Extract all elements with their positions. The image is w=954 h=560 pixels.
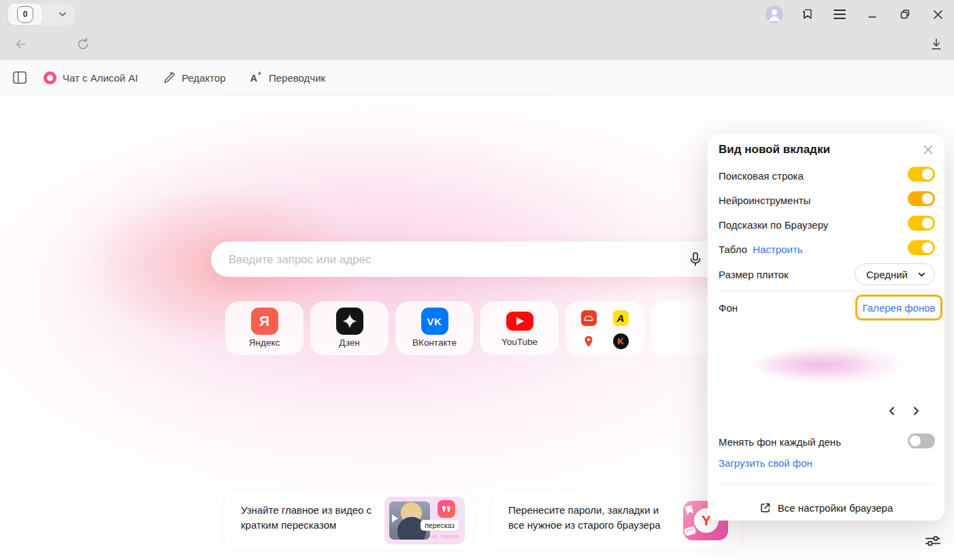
video-summary-thumbnail: пересказ	[384, 497, 465, 544]
promo-card-import[interactable]: Перенесите пароли, закладки и все нужное…	[492, 492, 740, 550]
tile-yandex[interactable]: Я Яндекс	[225, 301, 303, 355]
reload-icon	[76, 37, 91, 52]
card-shape-icon	[684, 526, 697, 536]
youtube-tile-icon	[506, 312, 533, 331]
back-arrow-icon	[13, 37, 28, 52]
address-toolbar: Я	[0, 29, 954, 60]
panel-title: Вид новой вкладки	[719, 143, 830, 157]
tab-counter-badge: 0	[17, 6, 33, 23]
toggle-browser-tips[interactable]	[908, 216, 935, 231]
profile-avatar[interactable]	[758, 0, 791, 29]
toggle-label-neuro-tools: Нейроинструменты	[719, 195, 810, 206]
bookmark-shape-icon	[685, 505, 694, 515]
alice-icon	[44, 71, 56, 84]
divider	[719, 483, 934, 484]
restore-button[interactable]	[889, 0, 921, 29]
bookmarks-bar: Чат с Алисой AI Редактор A Переводчик	[0, 60, 954, 95]
kinopoisk-icon: K	[606, 331, 635, 351]
sidebar-toggle-button[interactable]	[12, 60, 27, 95]
active-tab[interactable]: 0	[8, 3, 42, 25]
sliders-icon	[924, 533, 942, 548]
close-icon	[933, 10, 943, 20]
gallery-highlight-callout: Галерея фонов	[855, 295, 942, 320]
reload-button[interactable]	[73, 35, 93, 54]
tile-folder[interactable]: A K	[565, 301, 644, 355]
toggle-search-bar[interactable]	[908, 167, 935, 182]
browser-window: 0	[0, 0, 954, 560]
background-preview[interactable]	[719, 327, 934, 400]
toggle-daily-background[interactable]	[908, 433, 935, 448]
tab-group: 0	[8, 3, 75, 25]
tab-list-chevron-icon[interactable]	[57, 9, 68, 20]
hamburger-icon	[834, 10, 846, 19]
sidebar-icon	[12, 71, 27, 84]
avito-icon: A	[606, 308, 635, 328]
tile-youtube[interactable]: YouTube	[480, 301, 559, 355]
folder-tile-grid: A K	[574, 308, 635, 351]
search-bar	[211, 242, 743, 277]
tile-size-label: Размер плиток	[719, 269, 789, 280]
tile-size-select[interactable]: Средний	[855, 263, 935, 285]
search-input[interactable]	[227, 242, 665, 278]
bookmark-flag-icon	[800, 7, 814, 21]
window-controls	[758, 0, 954, 29]
minimize-button[interactable]	[856, 0, 889, 29]
prev-background-button[interactable]	[885, 403, 900, 418]
tableau: Я Яндекс Дзен VK ВКонтакте YouTube	[225, 301, 729, 355]
tablo-label: Табло Настроить	[719, 244, 803, 255]
downloads-button[interactable]	[927, 35, 946, 54]
menu-button[interactable]	[823, 0, 856, 29]
gallery-link[interactable]: Галерея фонов	[863, 302, 936, 314]
daily-background-label: Менять фон каждый день	[719, 436, 841, 448]
promo-card-video-summary[interactable]: Узнайте главное из видео с кратким перес…	[225, 492, 473, 550]
dzen-tile-icon	[336, 308, 363, 335]
page-settings-button[interactable]	[919, 527, 947, 555]
summary-badge: пересказ	[421, 520, 459, 531]
bookmarks-button[interactable]	[791, 0, 823, 29]
close-icon	[923, 145, 933, 154]
minimize-icon	[868, 10, 877, 19]
new-tab-settings-panel: Вид новой вкладки Поисковая строка Нейро…	[708, 134, 944, 521]
svg-text:A: A	[250, 73, 257, 84]
toggle-neuro-tools[interactable]	[908, 191, 935, 206]
chevron-right-icon	[911, 406, 921, 416]
divider	[719, 291, 934, 291]
restore-icon	[900, 9, 910, 20]
vk-tile-icon: VK	[421, 308, 448, 335]
bookmark-alice-chat[interactable]: Чат с Алисой AI	[44, 60, 138, 95]
microphone-icon	[687, 251, 704, 267]
tile-vkontakte[interactable]: VK ВКонтакте	[395, 301, 474, 355]
pencil-icon	[162, 71, 176, 84]
all-settings-link[interactable]: Все настройки браузера	[708, 495, 944, 521]
avatar-icon	[766, 5, 783, 23]
tile-dzen[interactable]: Дзен	[310, 301, 389, 355]
upload-background-link[interactable]: Загрузить свой фон	[719, 457, 812, 469]
back-button[interactable]	[11, 35, 30, 54]
download-icon	[930, 37, 943, 52]
toggle-label-search-bar: Поисковая строка	[719, 170, 804, 182]
chevron-left-icon	[887, 406, 897, 416]
translate-icon: A	[249, 71, 263, 84]
play-icon	[392, 514, 398, 523]
titlebar: 0	[0, 0, 954, 29]
yandex-tile-icon: Я	[251, 308, 278, 335]
chevron-down-icon	[917, 270, 926, 279]
next-background-button[interactable]	[908, 403, 923, 418]
toggle-label-browser-tips: Подсказки по Браузеру	[719, 219, 828, 231]
bookmark-editor[interactable]: Редактор	[162, 60, 226, 95]
tablo-configure-link[interactable]: Настроить	[753, 244, 802, 255]
bookmark-translator[interactable]: A Переводчик	[249, 60, 325, 95]
close-button[interactable]	[921, 0, 954, 29]
quote-bubble-icon	[438, 500, 455, 518]
external-link-icon	[759, 502, 771, 514]
toggle-tablo[interactable]	[908, 240, 935, 255]
voice-search-button[interactable]	[687, 251, 704, 267]
auto-ru-icon	[574, 308, 603, 328]
maps-pin-icon	[574, 331, 603, 351]
panel-close-button[interactable]	[920, 142, 936, 158]
background-label: Фон	[719, 302, 738, 314]
